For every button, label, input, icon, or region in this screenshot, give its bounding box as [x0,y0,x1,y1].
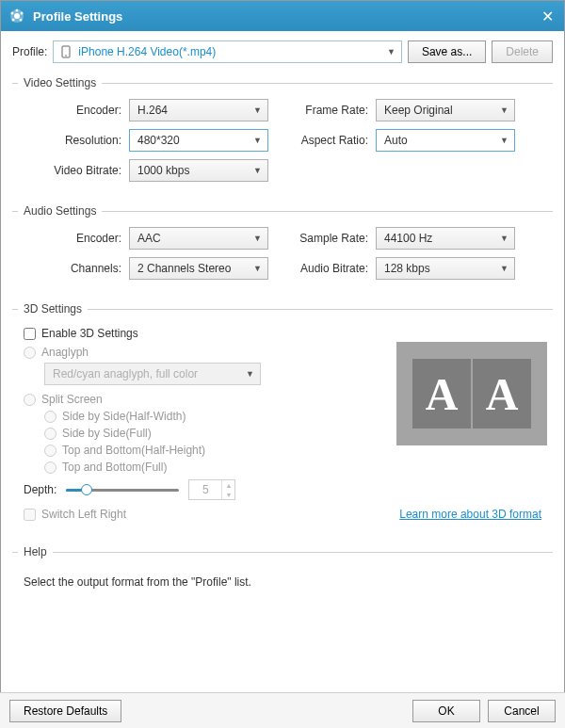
help-group: Help Select the output format from the "… [12,545,553,602]
audio-legend: Audio Settings [18,204,102,218]
audio-encoder-select[interactable]: AAC▼ [129,227,268,250]
slider-thumb[interactable] [81,484,92,495]
help-legend: Help [18,545,53,558]
split-screen-radio: Split Screen [24,393,374,406]
svg-point-3 [21,12,24,15]
titlebar: Profile Settings ✕ [1,1,564,31]
video-legend: Video Settings [18,76,102,89]
video-encoder-label: Encoder: [18,104,129,117]
spinner-up-icon: ▲ [221,480,234,490]
sbs-half-radio: Side by Side(Half-Width) [44,410,374,423]
chevron-down-icon: ▼ [253,234,262,243]
framerate-select[interactable]: Keep Original▼ [376,99,515,121]
video-bitrate-select[interactable]: 1000 kbps▼ [129,159,268,182]
samplerate-label: Sample Rate: [282,232,376,245]
split-screen-radio-input [24,394,36,406]
sbs-full-radio: Side by Side(Full) [44,427,374,440]
enable-3d-input[interactable] [24,328,36,340]
svg-point-2 [11,12,14,15]
window-title: Profile Settings [33,9,538,24]
cancel-button[interactable]: Cancel [488,700,556,722]
preview-right-a: A [473,359,531,429]
save-as-button[interactable]: Save as... [408,40,486,63]
audio-bitrate-select[interactable]: 128 kbps▼ [376,257,515,280]
svg-point-6 [20,19,23,22]
chevron-down-icon: ▼ [500,234,508,243]
tb-full-radio: Top and Bottom(Full) [44,461,374,474]
chevron-down-icon: ▼ [253,264,262,273]
anaglyph-radio-input [24,347,36,359]
spinner-down-icon: ▼ [221,490,234,499]
chevron-down-icon: ▼ [500,105,508,115]
3d-legend: 3D Settings [18,302,88,315]
profile-select[interactable]: iPhone H.264 Video(*.mp4) ▼ [53,40,402,63]
chevron-down-icon: ▼ [253,166,262,175]
profile-row: Profile: iPhone H.264 Video(*.mp4) ▼ Sav… [12,40,553,63]
channels-select[interactable]: 2 Channels Stereo▼ [129,257,268,280]
channels-label: Channels: [18,262,129,275]
chevron-down-icon: ▼ [500,136,508,145]
ok-button[interactable]: OK [412,700,480,722]
aspect-label: Aspect Ratio: [282,134,376,147]
preview-left-a: A [412,359,471,429]
aspect-select[interactable]: Auto▼ [376,129,515,152]
video-encoder-select[interactable]: H.264▼ [129,99,268,121]
profile-label: Profile: [12,45,47,58]
video-bitrate-label: Video Bitrate: [18,164,129,177]
chevron-down-icon: ▼ [246,369,254,379]
chevron-down-icon: ▼ [387,47,396,57]
resolution-label: Resolution: [18,134,129,147]
close-icon[interactable]: ✕ [538,7,557,25]
footer: Restore Defaults OK Cancel [0,692,565,728]
anaglyph-radio: Anaglyph [24,346,374,359]
help-text: Select the output format from the "Profi… [24,575,541,589]
depth-spinner: 5 ▲▼ [188,479,235,500]
profile-value: iPhone H.264 Video(*.mp4) [78,45,396,58]
framerate-label: Frame Rate: [282,104,376,117]
depth-label: Depth: [24,483,56,496]
svg-point-8 [66,55,68,57]
audio-settings-group: Audio Settings Encoder: AAC▼ Sample Rate… [12,204,553,293]
app-icon [8,8,25,24]
audio-bitrate-label: Audio Bitrate: [282,262,376,275]
restore-defaults-button[interactable]: Restore Defaults [9,700,121,722]
device-icon [59,45,73,58]
resolution-select[interactable]: 480*320▼ [129,129,268,152]
svg-point-1 [14,13,20,19]
svg-point-5 [12,19,15,22]
3d-settings-group: 3D Settings Enable 3D Settings Anaglyph … [12,302,553,536]
samplerate-select[interactable]: 44100 Hz▼ [376,227,515,250]
chevron-down-icon: ▼ [253,105,262,115]
svg-point-4 [16,9,19,12]
chevron-down-icon: ▼ [253,136,262,145]
switch-lr-checkbox: Switch Left Right [24,508,374,521]
depth-slider[interactable] [66,482,179,497]
audio-encoder-label: Encoder: [18,232,129,245]
anaglyph-mode-select: Red/cyan anaglyph, full color ▼ [44,363,261,385]
chevron-down-icon: ▼ [500,264,508,273]
delete-button: Delete [492,40,553,63]
enable-3d-checkbox[interactable]: Enable 3D Settings [24,327,374,340]
video-settings-group: Video Settings Encoder: H.264▼ Frame Rat… [12,76,553,195]
3d-preview: A A [396,342,547,445]
tb-half-radio: Top and Bottom(Half-Height) [44,444,374,457]
